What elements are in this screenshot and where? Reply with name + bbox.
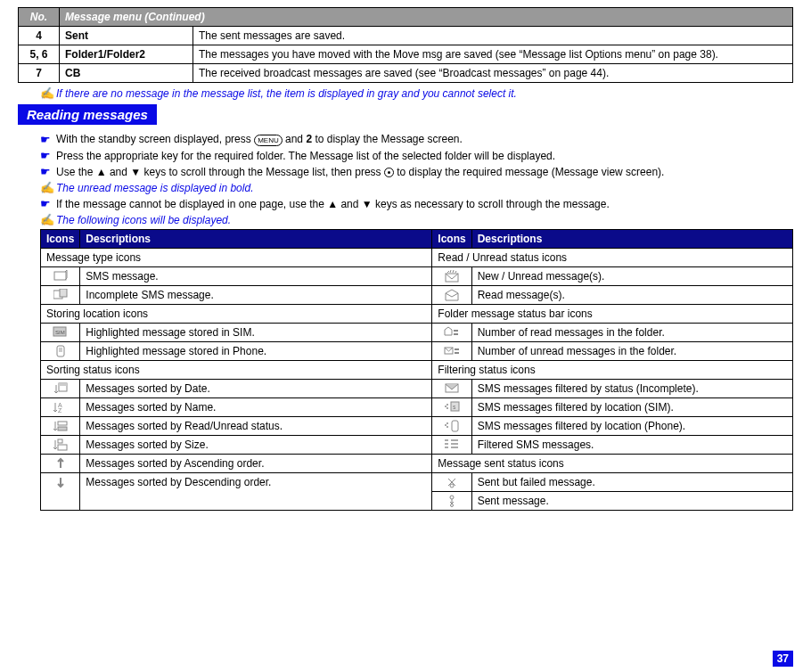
filter-sms-icon	[432, 436, 471, 455]
desc: SMS messages filtered by location (Phone…	[471, 417, 792, 436]
svg-point-39	[451, 504, 454, 507]
center-button-icon	[384, 168, 394, 177]
svg-rect-3	[60, 289, 67, 297]
desc: SMS messages filtered by status (Incompl…	[471, 380, 792, 398]
section-readunread: Read / Unread status icons	[432, 249, 793, 267]
message-menu-table: No. Message menu (Continued) 4 Sent The …	[18, 7, 793, 83]
col-no-header: No.	[19, 8, 60, 27]
svg-rect-7	[454, 333, 458, 335]
svg-rect-0	[54, 272, 66, 280]
svg-rect-31	[445, 439, 448, 441]
svg-rect-33	[445, 447, 448, 448]
svg-rect-34	[451, 439, 458, 441]
desc: Messages sorted by Name.	[80, 398, 432, 417]
icons-table: Icons Descriptions Icons Descriptions Me…	[40, 229, 793, 511]
hand-icon: ☛	[40, 149, 56, 162]
note-icon: ✍	[40, 181, 56, 194]
new-msg-icon	[432, 267, 471, 286]
sort-date-icon	[41, 380, 80, 398]
svg-rect-29	[58, 439, 62, 443]
desc: Filtered SMS messages.	[471, 436, 792, 455]
desc: Messages sorted by Descending order.	[80, 473, 432, 511]
note-text: The unread message is displayed in bold.	[56, 182, 253, 194]
section-title: Reading messages	[18, 104, 157, 125]
table-row: 7 CB The received broadcast messages are…	[19, 64, 793, 83]
svg-rect-35	[451, 443, 458, 445]
desc: Sent message.	[471, 492, 792, 511]
sent-icon	[432, 492, 471, 511]
svg-rect-32	[445, 443, 448, 445]
section-sentstatus: Message sent status icons	[432, 455, 793, 473]
svg-text:SIM: SIM	[55, 330, 65, 335]
desc: Read message(s).	[471, 286, 792, 305]
icons-header: Icons	[432, 230, 471, 249]
sort-name-icon: AZ	[41, 398, 80, 417]
sort-size-icon	[41, 436, 80, 455]
desc: New / Unread message(s).	[471, 267, 792, 286]
col-menu-header: Message menu (Continued)	[60, 8, 793, 27]
phone-stored-icon	[41, 342, 80, 361]
desc: Number of unread messages in the folder.	[471, 342, 792, 361]
svg-point-28	[445, 424, 446, 426]
bullet-text: If the message cannot be displayed in on…	[56, 198, 610, 210]
incomplete-sms-icon	[41, 286, 80, 305]
svg-point-20	[446, 404, 448, 406]
hand-icon: ☛	[40, 197, 56, 210]
section-folderbar: Folder message status bar icons	[432, 305, 793, 324]
desc-header: Descriptions	[471, 230, 792, 249]
bullet-text: Use the ▲ and ▼ keys to scroll through t…	[56, 166, 664, 178]
svg-text:Z: Z	[58, 407, 62, 414]
svg-rect-24	[58, 427, 67, 430]
note-text: If there are no message in the message l…	[56, 87, 517, 100]
desc: Sent but failed message.	[471, 473, 792, 492]
svg-point-26	[446, 422, 448, 424]
svg-point-22	[445, 406, 446, 407]
hand-icon: ☛	[40, 133, 56, 146]
filter-phone-icon	[432, 417, 471, 436]
sort-desc-icon	[41, 473, 80, 511]
desc: Number of read messages in the folder.	[471, 324, 792, 342]
table-row: 5, 6 Folder1/Folder2 The messages you ha…	[19, 45, 793, 64]
desc: Messages sorted by Size.	[80, 436, 432, 455]
note-icon: ✍	[40, 86, 56, 100]
table-row: 4 Sent The sent messages are saved.	[19, 27, 793, 45]
desc: Highlighted message stored in SIM.	[80, 324, 432, 342]
sort-read-icon	[41, 417, 80, 436]
svg-rect-12	[455, 352, 459, 354]
note-icon: ✍	[40, 213, 56, 226]
svg-point-27	[446, 426, 448, 428]
svg-point-38	[450, 496, 454, 499]
menu-button-icon: MENU	[254, 135, 283, 146]
svg-point-37	[450, 484, 454, 488]
bullet-text: Press the appropriate key for the requir…	[56, 150, 555, 162]
filter-incomplete-icon	[432, 380, 471, 398]
section-filtering: Filtering status icons	[432, 361, 793, 380]
svg-rect-14	[59, 383, 67, 386]
section-sorting: Sorting status icons	[41, 361, 432, 380]
svg-rect-36	[451, 447, 458, 448]
sent-fail-icon	[432, 473, 471, 492]
desc: Incomplete SMS message.	[80, 286, 432, 305]
sms-icon	[41, 267, 80, 286]
desc: SMS messages filtered by location (SIM).	[471, 398, 792, 417]
num-unread-icon	[432, 342, 471, 361]
desc: SMS message.	[80, 267, 432, 286]
desc: Highlighted message stored in Phone.	[80, 342, 432, 361]
num-read-icon	[432, 324, 471, 342]
note-text: The following icons will be displayed.	[56, 214, 231, 226]
icons-header: Icons	[41, 230, 80, 249]
hand-icon: ☛	[40, 165, 56, 178]
section-msgtype: Message type icons	[41, 249, 432, 267]
svg-rect-6	[454, 330, 458, 332]
bullet-text: With the standby screen displayed, press…	[56, 133, 463, 145]
section-storing: Storing location icons	[41, 305, 432, 324]
desc: Messages sorted by Read/Unread status.	[80, 417, 432, 436]
sim-stored-icon: SIM	[41, 324, 80, 342]
desc: Messages sorted by Ascending order.	[80, 455, 432, 473]
read-msg-icon	[432, 286, 471, 305]
filter-sim-icon: S	[432, 398, 471, 417]
desc-header: Descriptions	[80, 230, 432, 249]
svg-point-21	[446, 407, 448, 409]
svg-rect-9	[59, 348, 62, 352]
svg-rect-30	[58, 445, 67, 450]
